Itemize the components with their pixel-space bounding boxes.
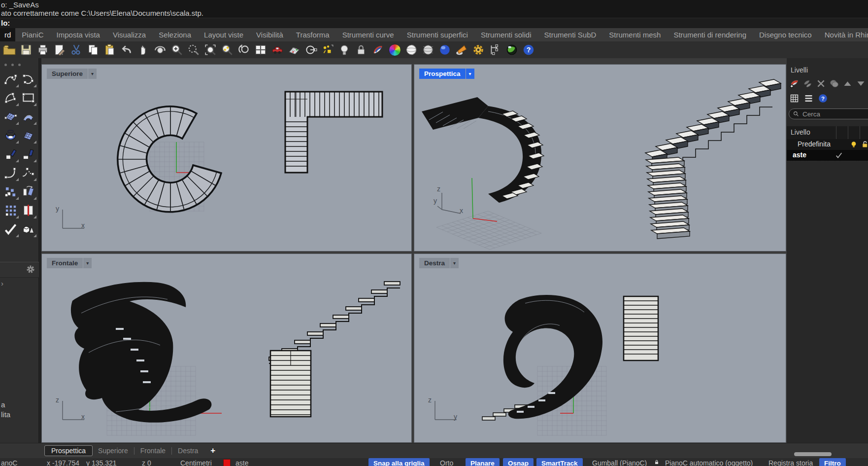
save-icon[interactable]: [18, 42, 34, 57]
revolve-surface-icon[interactable]: [2, 127, 19, 143]
layer-lock-icon[interactable]: [861, 141, 868, 148]
curve-control-points-icon[interactable]: [2, 71, 19, 87]
rendered-view-icon[interactable]: [436, 42, 453, 57]
render-globe-icon[interactable]: [503, 42, 520, 57]
viewport-frontale[interactable]: Frontale ▾ z x: [41, 253, 412, 443]
check-select-icon[interactable]: [2, 221, 19, 237]
menu-item-strumenti-curve[interactable]: Strumenti curve: [336, 28, 401, 41]
arc-tool-icon[interactable]: [2, 90, 19, 106]
cplane-lock-icon[interactable]: [654, 459, 660, 466]
viewport-superiore[interactable]: Superiore ▾ y x: [41, 64, 412, 251]
dimension-icon[interactable]: [487, 42, 503, 57]
xray-view-icon[interactable]: [420, 42, 436, 57]
extrude-tapered-icon[interactable]: [20, 146, 36, 162]
undo-icon[interactable]: [118, 42, 135, 57]
fillet-curve-icon[interactable]: [2, 165, 19, 181]
open-file-icon[interactable]: [1, 42, 18, 57]
toggle-orto[interactable]: Orto: [440, 459, 453, 466]
undo-view-icon[interactable]: [235, 42, 252, 57]
menu-item-pianic[interactable]: PianiC: [15, 28, 50, 41]
menu-item-visibilita[interactable]: Visibilità: [250, 28, 290, 41]
pan-hand-icon[interactable]: [135, 42, 152, 57]
viewport-title-frontale[interactable]: Frontale ▾: [47, 258, 92, 268]
active-layer-label[interactable]: aste: [235, 459, 248, 466]
named-views-icon[interactable]: [269, 42, 286, 57]
shaded-view-icon[interactable]: [403, 42, 420, 57]
toggle-osnap[interactable]: Osnap: [503, 458, 534, 466]
layer-list-view-icon[interactable]: [803, 93, 814, 104]
delete-layer-icon[interactable]: [815, 78, 827, 89]
viewport-menu-arrow-icon[interactable]: ▾: [466, 69, 474, 79]
print-icon[interactable]: [34, 42, 51, 57]
active-layer-color-swatch[interactable]: [223, 459, 231, 466]
new-layer-icon[interactable]: [789, 78, 800, 89]
layer-column-header[interactable]: Livello: [787, 126, 868, 140]
viewport-menu-arrow-icon[interactable]: ▾: [450, 258, 459, 268]
viewport-layout-icon[interactable]: [252, 42, 269, 57]
lock-icon[interactable]: [353, 42, 369, 57]
edit-sign-icon[interactable]: [51, 42, 68, 57]
menu-item-imposta-vista[interactable]: Imposta vista: [50, 28, 106, 41]
toggle-registra-storia[interactable]: Registra storia: [768, 459, 813, 466]
viewport-title-prospettica[interactable]: Prospettica ▾: [419, 69, 474, 79]
menu-item-layout-viste[interactable]: Layout viste: [198, 28, 250, 41]
circle-tool-icon[interactable]: [302, 42, 319, 57]
tab-destra[interactable]: Destra: [172, 446, 203, 456]
menu-item-visualizza[interactable]: Visualizza: [106, 28, 152, 41]
viewport-menu-arrow-icon[interactable]: ▾: [83, 258, 92, 268]
menu-item-seleziona[interactable]: Seleziona: [152, 28, 198, 41]
rectangle-tool-icon[interactable]: [20, 90, 36, 106]
toggle-pianoc-auto[interactable]: PianoC automatico (oggetto): [665, 459, 753, 466]
extrude-straight-icon[interactable]: [2, 146, 19, 162]
toggle-gumball[interactable]: Gumball (PianoC): [592, 459, 647, 466]
layer-row-predefinita[interactable]: Predefinita: [787, 139, 868, 150]
layer-visibility-bulb-icon[interactable]: [850, 141, 858, 148]
toggle-filtro[interactable]: Filtro: [819, 458, 846, 466]
zoom-selected-icon[interactable]: [219, 42, 235, 57]
units-label[interactable]: Centimetri: [180, 459, 212, 466]
toolbar-grip-dots[interactable]: [4, 64, 21, 66]
tab-prospettica[interactable]: Prospettica: [44, 445, 93, 456]
panel-gear-icon[interactable]: [25, 264, 36, 277]
loft-surface-icon[interactable]: [20, 108, 36, 125]
paste-icon[interactable]: [101, 42, 118, 57]
tab-frontale[interactable]: Frontale: [135, 446, 171, 456]
move-layer-down-icon[interactable]: [855, 78, 867, 89]
menu-item-strumenti-solidi[interactable]: Strumenti solidi: [474, 28, 538, 41]
layer-help-icon[interactable]: ?: [817, 93, 829, 104]
layer-search-box[interactable]: [789, 108, 868, 119]
add-viewport-button[interactable]: +: [210, 446, 215, 456]
toggle-smarttrack[interactable]: SmartTrack: [536, 458, 583, 466]
viewport-title-destra[interactable]: Destra ▾: [419, 258, 459, 268]
surface-control-points-icon[interactable]: [2, 108, 19, 125]
viewport-title-superiore[interactable]: Superiore ▾: [47, 69, 97, 79]
options-gear-icon[interactable]: [470, 42, 487, 57]
zoom-extents-icon[interactable]: [185, 42, 202, 57]
panel-scrollbar-thumb[interactable]: [794, 452, 832, 456]
layer-grid-view-icon[interactable]: [789, 93, 800, 104]
tab-superiore[interactable]: Superiore: [93, 446, 134, 456]
control-points-icon[interactable]: [319, 42, 336, 57]
collapsed-panel-chevron[interactable]: ›: [1, 279, 3, 287]
viewport-prospettica[interactable]: Prospettica ▾ z y x: [414, 64, 786, 251]
rotate-view-icon[interactable]: [152, 42, 168, 57]
layer-row-aste[interactable]: aste: [787, 150, 868, 161]
cplane-icon[interactable]: [286, 42, 302, 57]
patch-surface-icon[interactable]: [20, 127, 36, 143]
viewport-destra[interactable]: Destra ▾ z y: [414, 253, 786, 443]
toggle-snap[interactable]: Snap alla griglia: [368, 458, 430, 466]
curve-interpolate-icon[interactable]: [20, 71, 36, 87]
viewport-menu-arrow-icon[interactable]: ▾: [88, 69, 97, 79]
menu-item-strumenti-subd[interactable]: Strumenti SubD: [537, 28, 602, 41]
new-sublayer-icon[interactable]: [802, 78, 813, 89]
zoom-in-icon[interactable]: [168, 42, 185, 57]
color-wheel-icon[interactable]: [386, 42, 403, 57]
menu-item-standard[interactable]: rd: [0, 28, 15, 41]
blend-curve-icon[interactable]: [20, 165, 36, 181]
menu-item-strumenti-superfici[interactable]: Strumenti superfici: [401, 28, 474, 41]
move-layer-up-icon[interactable]: [842, 78, 853, 89]
menu-item-novita-rhino8[interactable]: Novità in Rhino 8: [818, 28, 868, 41]
command-prompt[interactable]: lo:: [0, 18, 868, 29]
mirror-icon[interactable]: [20, 183, 36, 200]
solid-tools-icon[interactable]: [20, 221, 36, 237]
